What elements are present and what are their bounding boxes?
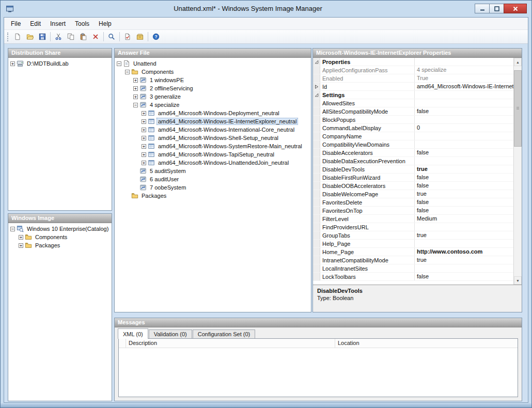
property-section-row[interactable]: Properties — [313, 58, 513, 66]
expand-icon[interactable]: + — [142, 152, 146, 157]
expand-icon[interactable]: + — [19, 235, 23, 240]
tree-item[interactable]: 7 oobeSystem — [115, 183, 311, 192]
help-button[interactable]: ? — [150, 31, 162, 42]
tab-validation-0[interactable]: Validation (0) — [149, 329, 192, 338]
property-value[interactable]: 0 — [414, 124, 513, 132]
property-value[interactable]: amd64_Microsoft-Windows-IE-InternetExplo… — [414, 83, 513, 90]
tree-item[interactable]: 5 auditSystem — [115, 167, 311, 175]
find-button[interactable] — [105, 31, 118, 42]
tree-item[interactable]: +2 offlineServicing — [115, 84, 311, 92]
menu-help[interactable]: Help — [94, 18, 116, 29]
expand-icon[interactable]: + — [142, 111, 146, 116]
tree-item[interactable]: +amd64_Microsoft-Windows-IE-InternetExpl… — [115, 117, 311, 125]
property-value[interactable] — [414, 91, 513, 99]
property-value[interactable] — [414, 140, 513, 148]
menu-insert[interactable]: Insert — [45, 18, 70, 29]
property-row[interactable]: CompatibilityViewDomains — [313, 140, 513, 149]
tree-item[interactable]: Packages — [115, 192, 311, 200]
property-value[interactable]: false — [414, 198, 513, 206]
create-configuration-set-button[interactable] — [134, 31, 146, 42]
property-row[interactable]: DisableDataExecutionPrevention — [313, 157, 513, 165]
property-value[interactable]: false — [414, 182, 513, 190]
collapse-icon[interactable]: − — [117, 61, 121, 66]
property-value[interactable] — [414, 99, 513, 107]
property-row[interactable]: IntranetCompatibilityModetrue — [313, 256, 513, 264]
property-row[interactable]: FavoritesOnTopfalse — [313, 207, 513, 215]
expand-icon[interactable]: + — [142, 119, 146, 124]
property-row[interactable]: FindProvidersURL — [313, 223, 513, 231]
property-value[interactable] — [414, 132, 513, 140]
column-header-icon[interactable] — [119, 339, 126, 348]
property-row[interactable]: FavoritesDeletefalse — [313, 198, 513, 207]
menu-tools[interactable]: Tools — [70, 18, 94, 29]
properties-scrollbar[interactable]: ▲ ▼ — [513, 58, 522, 285]
titlebar[interactable]: Unattend.xml* - Windows System Image Man… — [1, 1, 531, 17]
tree-item[interactable]: −Components — [115, 68, 311, 76]
save-answer-file-button[interactable] — [36, 31, 49, 42]
expand-icon[interactable]: + — [133, 86, 138, 91]
collapse-icon[interactable]: − — [125, 70, 130, 74]
property-section-row[interactable]: Settings — [313, 91, 513, 99]
property-value[interactable] — [414, 223, 513, 231]
property-value[interactable]: false — [414, 149, 513, 156]
minimize-button[interactable] — [475, 4, 490, 13]
property-row[interactable]: DisableOOBAcceleratorsfalse — [313, 182, 513, 190]
expand-icon[interactable]: + — [133, 95, 138, 99]
property-value[interactable] — [414, 240, 513, 247]
copy-button[interactable] — [65, 31, 77, 42]
property-row[interactable]: EnabledTrue — [313, 74, 513, 83]
tree-item[interactable]: +Components — [8, 233, 112, 241]
property-row[interactable]: CompanyName — [313, 132, 513, 140]
close-button[interactable] — [504, 4, 527, 13]
property-row[interactable]: DisableWelcomePagetrue — [313, 190, 513, 198]
expand-icon[interactable]: + — [19, 243, 23, 248]
property-row[interactable]: AllSitesCompatibilityModefalse — [313, 107, 513, 116]
expand-icon[interactable]: + — [142, 161, 146, 165]
property-value[interactable]: false — [414, 174, 513, 181]
cut-button[interactable] — [52, 31, 65, 42]
property-value[interactable]: 4 specialize — [414, 66, 513, 74]
tree-item[interactable]: +amd64_Microsoft-Windows-TapiSetup_neutr… — [115, 150, 311, 159]
expand-icon[interactable]: + — [10, 61, 15, 66]
menu-file[interactable]: File — [6, 18, 25, 29]
scrollbar-thumb[interactable] — [514, 70, 522, 147]
maximize-button[interactable] — [489, 4, 504, 13]
property-row[interactable]: DisableAcceleratorsfalse — [313, 149, 513, 157]
property-value[interactable] — [414, 116, 513, 123]
expand-icon[interactable]: + — [142, 128, 146, 132]
property-value[interactable]: True — [414, 74, 513, 82]
property-value[interactable] — [414, 58, 513, 66]
tree-item[interactable]: +amd64_Microsoft-Windows-International-C… — [115, 125, 311, 134]
property-row[interactable]: DisableFirstRunWizardfalse — [313, 174, 513, 182]
column-header-location[interactable]: Location — [335, 339, 518, 348]
tree-item[interactable]: 6 auditUser — [115, 175, 311, 183]
property-value[interactable]: true — [414, 165, 513, 173]
property-value[interactable]: true — [414, 231, 513, 239]
expand-icon[interactable]: + — [142, 136, 146, 140]
tab-xml-0[interactable]: XML (0) — [118, 328, 148, 339]
tree-item[interactable]: −4 specialize — [115, 101, 311, 109]
tree-item[interactable]: −Unattend — [115, 59, 311, 68]
collapse-icon[interactable]: − — [10, 227, 15, 231]
property-value[interactable] — [414, 264, 513, 272]
property-row[interactable]: AllowedSites — [313, 99, 513, 107]
property-value[interactable]: true — [414, 190, 513, 198]
new-answer-file-button[interactable] — [11, 31, 24, 42]
tree-item[interactable]: +amd64_Microsoft-Windows-Deployment_neut… — [115, 109, 311, 117]
tree-item[interactable]: +3 generalize — [115, 92, 311, 101]
property-row[interactable]: AppliedConfigurationPass4 specialize — [313, 66, 513, 74]
property-row[interactable]: Help_Page — [313, 240, 513, 248]
property-row[interactable]: CommandLabelDisplay0 — [313, 124, 513, 132]
property-value[interactable]: false — [414, 107, 513, 115]
property-value[interactable]: false — [414, 273, 513, 280]
property-row[interactable]: Idamd64_Microsoft-Windows-IE-InternetExp… — [313, 83, 513, 91]
tree-item[interactable]: −Windows 10 Enterprise(Catalog) — [8, 225, 112, 233]
menu-edit[interactable]: Edit — [25, 18, 45, 29]
property-row[interactable]: FilterLevelMedium — [313, 215, 513, 223]
property-value[interactable]: true — [414, 256, 513, 264]
open-answer-file-button[interactable] — [24, 31, 36, 42]
property-row[interactable]: Home_Pagehttp://www.contoso.com — [313, 248, 513, 256]
column-header-description[interactable]: Description — [126, 339, 335, 348]
property-value[interactable]: false — [414, 207, 513, 214]
property-value[interactable]: http://www.contoso.com — [414, 248, 513, 256]
